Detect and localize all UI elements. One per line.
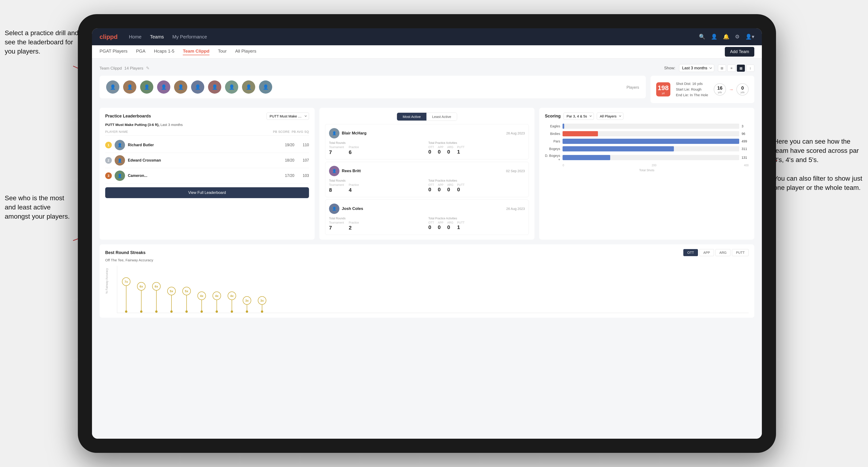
shot-info: Shot Dist: 16 yds Start Lie: Rough End L… (676, 81, 708, 98)
pac-rounds-label-1: Total Rounds (329, 141, 426, 145)
pac-practice-val-1: 6 (349, 149, 359, 155)
pac-avatar-1: 👤 (329, 128, 339, 138)
timeline-line (262, 305, 262, 310)
view-list-icon[interactable]: ≡ (727, 65, 736, 72)
view-full-leaderboard-button[interactable]: View Full Leaderboard (105, 187, 309, 198)
timeline-dots: 7x6x6x5x5x4x4x4x3x3x (117, 266, 749, 313)
streak-tab-arg[interactable]: ARG (715, 249, 731, 256)
timeline-dot (231, 310, 233, 313)
timeline-line (156, 290, 157, 310)
main-content: Team Clippd 14 Players ✎ Show: Last 3 mo… (92, 59, 762, 439)
par-filter[interactable]: Par 3, 4 & 5s Par 3s Par 4s Par 5s (563, 113, 594, 120)
lb-avatar-2: 👤 (115, 155, 125, 165)
bar-track-pars (563, 139, 739, 144)
bar-label-dbogeys: D. Bogeys + (545, 154, 560, 161)
avatar-7[interactable]: 👤 (208, 81, 221, 94)
avatar-3[interactable]: 👤 (140, 81, 153, 94)
team-header: Team Clippd 14 Players ✎ Show: Last 3 mo… (99, 64, 754, 72)
practice-leaderboards-panel: Practice Leaderboards PUTT Must Make Put… (99, 108, 315, 240)
avatar-5[interactable]: 👤 (174, 81, 187, 94)
leaderboard-header: PLAYER NAME PB SCORE PB AVG SQ (105, 130, 309, 135)
pac-header-3: 👤 Josh Coles 26 Aug 2023 (329, 204, 525, 214)
nav-home[interactable]: Home (129, 34, 142, 40)
player-count: 14 Players (124, 66, 143, 70)
axis-0: 0 (563, 164, 564, 167)
navbar-links: Home Teams My Performance (129, 34, 699, 40)
show-label: Show: (664, 66, 675, 70)
user-icon[interactable]: 👤 (711, 34, 717, 40)
pac-rounds-3: Total Rounds Tournament 7 Practice 2 (329, 217, 426, 231)
timeline-dot (125, 310, 127, 313)
edit-icon[interactable]: ✎ (146, 66, 150, 71)
bar-fill-pars (563, 139, 739, 144)
view-grid-icon[interactable]: ⊞ (718, 65, 726, 72)
timeline-line (202, 300, 202, 310)
bar-row-pars: Pars 499 (545, 139, 749, 144)
navbar: clippd Home Teams My Performance 🔍 👤 🔔 ⚙… (92, 28, 762, 45)
shot-from-circle: 16 yds (714, 83, 726, 96)
avatar-9[interactable]: 👤 (242, 81, 255, 94)
practice-drill-select[interactable]: PUTT Must Make Putting... (267, 113, 309, 120)
lb-avg-2: 107 (297, 158, 309, 162)
streaks-subtitle: Off The Tee, Fairway Accuracy (105, 258, 749, 262)
view-table-icon[interactable]: ↕ (746, 65, 754, 72)
rank-badge-3: 3 (105, 173, 112, 179)
axis-400: 400 (744, 164, 749, 167)
timeline-line (247, 305, 247, 310)
streaks-panel: Best Round Streaks OTT APP ARG PUTT Off … (99, 244, 754, 318)
streaks-tabs: OTT APP ARG PUTT (683, 249, 749, 256)
nav-teams[interactable]: Teams (150, 34, 164, 40)
bell-icon[interactable]: 🔔 (723, 34, 729, 40)
subnav-pga[interactable]: PGA (136, 49, 146, 55)
avatar-1[interactable]: 👤 (106, 81, 119, 94)
settings-icon[interactable]: ⚙ (735, 34, 740, 40)
subnav-team-clippd[interactable]: Team Clippd (183, 49, 210, 55)
timeline-dot-group: 7x (122, 277, 130, 313)
view-card-icon[interactable]: ▦ (737, 65, 745, 72)
avatar-10[interactable]: 👤 (259, 81, 272, 94)
show-select[interactable]: Last 3 months Last month Last 6 months L… (679, 64, 714, 72)
bar-row-dbogeys: D. Bogeys + 131 (545, 154, 749, 161)
timeline-dot (140, 310, 143, 313)
bar-track-dbogeys (563, 155, 739, 160)
subnav-tour[interactable]: Tour (218, 49, 227, 55)
streak-tab-ott[interactable]: OTT (683, 249, 698, 256)
shot-badge: 198 yd (656, 82, 670, 96)
player-filter[interactable]: All Players (597, 113, 623, 120)
subnav-all-players[interactable]: All Players (235, 49, 256, 55)
pac-rounds-1: Total Rounds Tournament 7 Practice 6 (329, 141, 426, 155)
avatar-2[interactable]: 👤 (123, 81, 136, 94)
ipad-screen: clippd Home Teams My Performance 🔍 👤 🔔 ⚙… (92, 28, 762, 439)
avatar-8[interactable]: 👤 (225, 81, 238, 94)
lb-name-1: Richard Butler (128, 143, 279, 147)
bar-fill-bogeys (563, 146, 674, 151)
leaderboard-row-3[interactable]: 3 👤 Cameron... 17/20 103 (105, 168, 309, 184)
timeline-badge: 5x (167, 287, 176, 295)
pac-tournament-val-1: 7 (329, 149, 344, 155)
streak-tab-app[interactable]: APP (700, 249, 714, 256)
shot-to-val: 0 (741, 85, 744, 91)
subnav-hcaps[interactable]: Hcaps 1-5 (154, 49, 175, 55)
leaderboard-row-2[interactable]: 2 👤 Edward Crossman 18/20 107 (105, 153, 309, 168)
add-team-button[interactable]: Add Team (725, 47, 754, 57)
leaderboard-row-1[interactable]: 1 👤 Richard Butler 19/20 110 (105, 137, 309, 153)
players-avatars: 👤 👤 👤 👤 👤 👤 👤 👤 👤 👤 (106, 81, 272, 94)
avatar-4[interactable]: 👤 (157, 81, 170, 94)
pac-avatar-2: 👤 (329, 166, 339, 176)
tab-most-active[interactable]: Most Active (397, 113, 427, 121)
panel-header: Practice Leaderboards PUTT Must Make Put… (105, 113, 309, 120)
subnav-pgat[interactable]: PGAT Players (99, 49, 128, 55)
tab-least-active[interactable]: Least Active (427, 113, 457, 121)
timeline-dot (246, 310, 248, 313)
search-icon[interactable]: 🔍 (699, 34, 705, 40)
timeline-dot (185, 310, 188, 313)
bar-fill-eagles (563, 124, 564, 129)
profile-icon[interactable]: 👤▾ (745, 34, 754, 40)
pac-stats-1: Total Rounds Tournament 7 Practice 6 (329, 141, 525, 155)
streak-tab-putt[interactable]: PUTT (732, 249, 749, 256)
shot-distance-val: 198 (658, 84, 669, 92)
timeline-badge: 7x (122, 277, 130, 286)
avatar-6[interactable]: 👤 (191, 81, 204, 94)
panel-subtitle: PUTT Must Make Putting (3-6 ft), Last 3 … (105, 123, 309, 127)
nav-my-performance[interactable]: My Performance (173, 34, 207, 40)
